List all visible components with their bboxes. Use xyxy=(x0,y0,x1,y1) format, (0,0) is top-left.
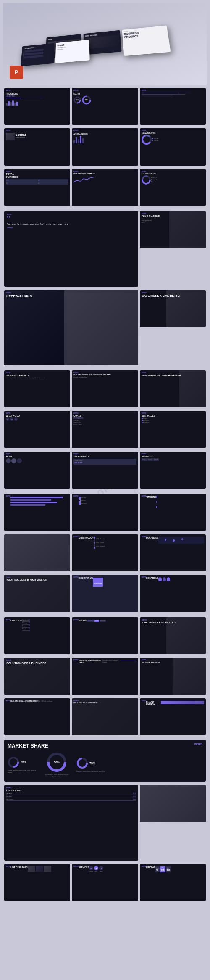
slide-what-we-do: BIZPRO WHAT WE DO ● ◆ ★ xyxy=(4,411,70,448)
slide-success-priority: BIZPRO SUCCESS IS PRIORITY Lorem ipsum d… xyxy=(4,370,70,407)
slide-title: EMPOWERING YOU TO ACHIEVE MORE xyxy=(142,374,181,377)
contents-row-3: Team03 xyxy=(22,625,30,628)
service-icon-3: ★ xyxy=(14,417,18,421)
slides-row-9: BIZPRO BIZPRO Item one Item two xyxy=(3,493,207,531)
slides-row-8: BIZPRO TEAM BIZPRO TESTIMONIALS "Great s… xyxy=(3,451,207,489)
slide-locations: BIZPRO LOCATIONS xyxy=(140,534,206,571)
slide-title: TESTIMONIALS xyxy=(74,455,136,458)
slide-title: RATIO xyxy=(74,92,136,95)
slides-row-3: BIZPRO TOTAL STATISTICS 87% 92% Q1 Q2 BI… xyxy=(3,168,207,207)
section-spacer-3 xyxy=(3,489,207,492)
chron-line-1 xyxy=(94,539,95,542)
slide-logo: BIZPRO xyxy=(142,90,204,91)
market-share-logo: BIZPRO xyxy=(194,743,202,745)
section-spacer-4 xyxy=(3,613,207,615)
slide-discover-us: BIZPRO DISCOVER US LEARN MORE xyxy=(72,575,138,612)
slide-sales-summary: BIZPRO SALES SUMMARY Product A Product B… xyxy=(140,169,206,206)
slide-building-trust: BIZPRO BUILDING TRUST, ONE CUSTOMER AT A… xyxy=(72,370,138,407)
slide-logo: BIZPRO xyxy=(6,90,10,91)
list-row-3: Item Gamma$180 xyxy=(6,798,136,801)
slide-goals: BIZPRO GOALS PROFITABILITY GROWTH SIMPLI… xyxy=(72,411,138,448)
contents-row-2: Strategy02 xyxy=(22,622,30,625)
service-icon-2: ◆ xyxy=(10,417,13,421)
slides-row-12: BIZPRO CONTENTS Introduction01 Strategy0… xyxy=(3,616,207,655)
slide-title: DISCOVER NEW BUSINESS IDEAS xyxy=(79,660,103,664)
line-chart xyxy=(74,176,94,183)
slide-solutions: BIZPRO SOLUTIONS FOR BUSINESS xyxy=(4,658,70,695)
slide-total-statistics: BIZPRO TOTAL STATISTICS 87% 92% Q1 Q2 xyxy=(4,169,70,206)
slide-discover-new: BIZPRO DISCOVER NEW BUSINESS IDEAS Innov… xyxy=(72,658,138,695)
quote-mark: " xyxy=(7,216,136,222)
slide-save-money: BIZPRO SAVE MONEY. LIVE BETTER xyxy=(140,290,206,327)
slide-your-success: YOUR YOUR SUCCESS IS OUR MISSION xyxy=(4,575,70,612)
slide-title: YOUR SUCCESS IS OUR MISSION xyxy=(6,578,47,581)
slides-row-7: BIZPRO WHAT WE DO ● ◆ ★ BIZPRO GOALS PRO… xyxy=(3,410,207,449)
slide-team: BIZPRO TEAM xyxy=(4,452,70,489)
slide-checklist: BIZPRO Item one Item two Item three xyxy=(72,494,138,531)
contents-row-1: Introduction01 xyxy=(22,619,30,622)
slides-row-2: BIZPRO $850M Annual Revenue BIZPRO ANNUA… xyxy=(3,127,207,166)
team-member-2 xyxy=(11,458,16,463)
slide-services: BIZPRO SERVICES ◆ Design ● Build ★ Grow xyxy=(72,864,138,901)
slide-title: TEAM xyxy=(6,455,68,458)
slide-chess xyxy=(4,534,70,571)
slides-row-1: BIZPRO PROGRESS 10% GROWTH xyxy=(3,87,207,126)
slide-title: TOTAL STATISTICS xyxy=(6,173,68,178)
slide-title: BRAND ENERGY xyxy=(146,700,161,705)
slide-title: SAVE MONEY. LIVE BETTER xyxy=(142,294,182,298)
slide-our-values: BIZPRO OUR VALUES Integrity Innovation E… xyxy=(140,411,206,448)
slide-title: ANNUAL INCOME xyxy=(74,133,136,135)
checkbox-3 xyxy=(79,502,81,505)
slide-logo: BIZPRO xyxy=(74,90,78,91)
slide-help-best: BIZPRO HELP YOU BE AT YOUR BEST xyxy=(72,698,138,735)
slide-save-money2: BIZPRO SAVE MONEY LIVE BETTER xyxy=(140,617,206,654)
slide-value: $850M xyxy=(16,133,26,137)
slide-title: DISCOVER WELLNESS xyxy=(142,661,160,663)
slide-title: KEEP WALKING xyxy=(6,294,32,298)
slide-title: SERVICES xyxy=(79,866,89,869)
slide-title: OUR VALUES xyxy=(142,415,204,417)
perspective-section: TEAM KEEP WALKING YOUR xyxy=(3,3,207,85)
timeline-line-1 xyxy=(156,498,156,501)
slide-title: SALES SUMMARY xyxy=(142,173,204,175)
star-rating: ★★★★★ xyxy=(74,462,83,464)
slide-long-tradition: BIZPRO BUILDING ON A LONG TRADITION Est.… xyxy=(4,698,70,735)
slides-row-14: BIZPRO BUILDING ON A LONG TRADITION Est.… xyxy=(3,697,207,736)
slide-title: RETURN ON INVESTMENT xyxy=(74,173,136,175)
page-wrapper: TEAM KEEP WALKING YOUR xyxy=(0,0,210,909)
list-row-1: Item Alpha$120 xyxy=(6,792,136,795)
slides-row-13: BIZPRO SOLUTIONS FOR BUSINESS BIZPRO DIS… xyxy=(3,657,207,695)
perspective-slide-chronology: CHRONOLOGY xyxy=(21,43,54,66)
slide-title: SUCCESS IS PRIORITY xyxy=(6,374,68,377)
slide-title: PARTNERS xyxy=(142,455,204,458)
slide-title: SAVE MONEY LIVE BETTER xyxy=(142,621,176,624)
slide-annual-income: BIZPRO ANNUAL INCOME xyxy=(72,128,138,165)
market-share-title: MARKET SHARE xyxy=(8,743,48,749)
slide-title: BUILDING TRUST, ONE CUSTOMER AT A TIME xyxy=(74,374,136,376)
market-donut-25 xyxy=(8,756,19,768)
slide-return-investment: BIZPRO RETURN ON INVESTMENT xyxy=(72,169,138,206)
slide-data-analytics: BIZPRO DATA ANALYTICS Series A Series B xyxy=(140,128,206,165)
slide-take-charge: BIZPRO TAKE CHARGE Duis ante arcu mattis… xyxy=(140,211,206,248)
slide-chronology: BIZPRO CHRONOLOGY 2021 - Founded 2022 - … xyxy=(72,534,138,571)
slide-title: CHRONOLOGY xyxy=(79,536,94,539)
ppt-icon[interactable]: P xyxy=(10,66,23,79)
slides-row-6: BIZPRO SUCCESS IS PRIORITY Lorem ipsum d… xyxy=(3,370,207,408)
slides-row-11: YOUR YOUR SUCCESS IS OUR MISSION BIZPRO … xyxy=(3,574,207,613)
slide-pricing: BIZPRO PRICING Basic $9 Pro $29 Ent. $99 xyxy=(140,864,206,901)
slide-purple-bars: BIZPRO xyxy=(4,494,70,531)
timeline-dot-3 xyxy=(156,506,158,508)
slide-discover-wellness: BIZPRO DISCOVER WELLNESS xyxy=(140,658,206,695)
slide-agenda: BIZPRO AGENDA SEMINAR CONF. WRKSHP xyxy=(72,617,138,654)
section-spacer-1 xyxy=(3,207,207,209)
checkbox-1 xyxy=(79,497,81,499)
analytics-donut xyxy=(142,135,152,145)
list-row-2: Item Beta$250 xyxy=(6,795,136,798)
chron-line-2 xyxy=(94,544,95,547)
service-icon-1: ● xyxy=(6,417,9,421)
slides-row-4: BIZPRO " Success in business requires bo… xyxy=(3,210,207,287)
slide-locations2: BIZPRO LOCATIONS xyxy=(140,575,206,612)
slide-photo-right xyxy=(140,785,206,822)
bottom-spacer xyxy=(3,902,207,905)
slide-list-of-items: BIZPRO LIST OF ITEMS Item Alpha$120 Item… xyxy=(4,785,138,860)
